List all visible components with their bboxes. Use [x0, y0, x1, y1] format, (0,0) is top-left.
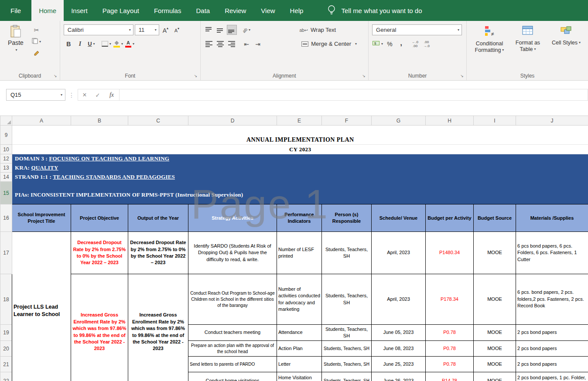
- column-header-d[interactable]: D: [188, 116, 277, 126]
- ribbon-tab-help[interactable]: Help: [283, 0, 311, 21]
- cell-source-r17[interactable]: MOOE: [474, 232, 516, 274]
- cell-project-title[interactable]: Project LLS Lead Learner to School: [12, 232, 71, 381]
- insert-function-button[interactable]: fx: [104, 92, 119, 99]
- header-budget-source[interactable]: Budget Source: [474, 204, 516, 232]
- header-materials-supplies[interactable]: Materials /Supplies: [516, 204, 588, 232]
- column-header-b[interactable]: B: [71, 116, 128, 126]
- sheet-subtitle-cell[interactable]: CY 2023: [12, 145, 588, 154]
- cut-button[interactable]: [31, 25, 41, 35]
- increase-decimal-button[interactable]: [410, 39, 420, 49]
- align-bottom-button[interactable]: [227, 25, 237, 35]
- cell-budget-r21[interactable]: P0.78: [426, 357, 474, 372]
- column-header-i[interactable]: I: [474, 116, 516, 126]
- borders-button[interactable]: [101, 39, 112, 49]
- paste-button[interactable]: Paste: [3, 24, 28, 58]
- increase-font-size-button[interactable]: [161, 25, 171, 35]
- cell-materials-r17[interactable]: 6 pcs bond papers, 6 pcs. Folders, 6 pcs…: [516, 232, 588, 274]
- align-top-button[interactable]: [204, 25, 214, 35]
- format-painter-button[interactable]: [31, 48, 41, 58]
- header-project-objective[interactable]: Project Objective: [71, 204, 128, 232]
- conditional-formatting-button[interactable]: ≠ Conditional Formatting: [470, 24, 509, 54]
- cell-responsible-r17[interactable]: Students, Teachers, SH: [322, 232, 372, 274]
- decrease-indent-button[interactable]: [242, 39, 252, 49]
- cell-materials-r18[interactable]: 6 pcs. bond papers, 2 pcs. folders,2 pcs…: [516, 274, 588, 325]
- align-left-button[interactable]: [204, 39, 214, 49]
- row-header-17[interactable]: 17: [0, 232, 12, 274]
- column-header-c[interactable]: C: [128, 116, 188, 126]
- cell-source-r19[interactable]: MOOE: [474, 325, 516, 341]
- row-header-12[interactable]: 12: [0, 154, 12, 163]
- cell-indicator-r18[interactable]: Number of activities conducted for advoc…: [277, 274, 322, 325]
- cell-responsible-r19[interactable]: Students, Teachers, SH: [322, 325, 372, 341]
- cell-schedule-r19[interactable]: June 05, 2023: [372, 325, 426, 341]
- enter-button[interactable]: [91, 92, 104, 99]
- column-header-h[interactable]: H: [426, 116, 474, 126]
- ribbon-tab-review[interactable]: Review: [217, 0, 253, 21]
- column-header-j[interactable]: J: [516, 116, 588, 126]
- cell-indicator-r17[interactable]: Number of LESF printed: [277, 232, 322, 274]
- cell-budget-r19[interactable]: P0.78: [426, 325, 474, 341]
- cell-source-r21[interactable]: MOOE: [474, 357, 516, 372]
- align-center-button[interactable]: [215, 39, 226, 49]
- tell-me-box[interactable]: Tell me what you want to do: [327, 0, 422, 21]
- number-format-select[interactable]: General: [372, 24, 462, 35]
- font-color-button[interactable]: [125, 39, 135, 49]
- font-size-select[interactable]: 11: [135, 24, 159, 35]
- wrap-text-button[interactable]: Wrap Text: [298, 24, 338, 35]
- decrease-font-size-button[interactable]: [172, 25, 182, 35]
- ribbon-tab-formulas[interactable]: Formulas: [147, 0, 189, 21]
- cell-output-1[interactable]: Decreased Dropout Rate by 2% from 2.75% …: [128, 232, 188, 274]
- row-header-16[interactable]: 16: [0, 204, 12, 232]
- row-header-14[interactable]: 14: [0, 173, 12, 182]
- row-header-15[interactable]: 15: [0, 182, 12, 204]
- cell-activity-r18[interactable]: Conduct Reach Out Program to School-age …: [188, 274, 277, 325]
- ribbon-tab-page-layout[interactable]: Page Layout: [95, 0, 147, 21]
- cell-budget-r18[interactable]: P178.34: [426, 274, 474, 325]
- select-all-corner[interactable]: [0, 116, 12, 126]
- cell-indicator-r21[interactable]: Letter: [277, 357, 322, 372]
- cell-source-r20[interactable]: MOOE: [474, 341, 516, 357]
- cell-budget-r22[interactable]: P14.78: [426, 372, 474, 381]
- cell-responsible-r18[interactable]: Students, Teachers, SH: [322, 274, 372, 325]
- row-header-13[interactable]: 13: [0, 163, 12, 173]
- cell-activity-r22[interactable]: Conduct home visitations: [188, 372, 277, 381]
- fill-color-button[interactable]: [113, 39, 123, 49]
- italic-button[interactable]: I: [75, 39, 85, 49]
- sheet-title-cell[interactable]: ANNUAL IMPLEMENTATION PLAN: [12, 126, 588, 145]
- cell-schedule-r22[interactable]: June 26, 2023: [372, 372, 426, 381]
- cell-activity-r20[interactable]: Prepare an action plan with the approval…: [188, 341, 277, 357]
- cell-responsible-r22[interactable]: Students, Teachers, SH: [322, 372, 372, 381]
- paste-dropdown-icon[interactable]: [14, 46, 17, 53]
- number-dialog-launcher[interactable]: [459, 73, 465, 79]
- clipboard-dialog-launcher[interactable]: [52, 73, 58, 79]
- header-budget-per-activity[interactable]: Budget per Activity: [426, 204, 474, 232]
- kra-banner-cell[interactable]: KRA: QUALITY: [12, 163, 588, 173]
- header-output-of-year[interactable]: Output of the Year: [128, 204, 188, 232]
- cell-objective-2[interactable]: Increased Gross Enrollment Rate by 2% wh…: [71, 274, 128, 381]
- column-header-a[interactable]: A: [12, 116, 71, 126]
- cell-budget-r20[interactable]: P0.78: [426, 341, 474, 357]
- cell-materials-r19[interactable]: 2 pcs bond papers: [516, 325, 588, 341]
- percent-style-button[interactable]: [385, 39, 395, 49]
- header-performance-indicators[interactable]: Performance Indicators: [277, 204, 322, 232]
- row-header-22[interactable]: 22: [0, 372, 12, 381]
- row-header-21[interactable]: 21: [0, 357, 12, 372]
- cell-activity-r21[interactable]: Send letters to parents of PARDO: [188, 357, 277, 372]
- ribbon-tab-insert[interactable]: Insert: [64, 0, 95, 21]
- format-as-table-button[interactable]: Format as Table: [509, 24, 547, 54]
- align-right-button[interactable]: [227, 39, 237, 49]
- column-header-e[interactable]: E: [277, 116, 322, 126]
- cell-output-2[interactable]: Increased Gross Enrollment Rate by 2% wh…: [128, 274, 188, 381]
- cell-schedule-r17[interactable]: April, 2023: [372, 232, 426, 274]
- column-header-f[interactable]: F: [322, 116, 372, 126]
- header-strategy-activities[interactable]: Strategy Activities: [188, 204, 277, 232]
- merge-center-button[interactable]: Merge & Center: [300, 38, 359, 49]
- ribbon-tab-data[interactable]: Data: [188, 0, 217, 21]
- name-box[interactable]: Q15: [6, 89, 65, 101]
- header-schedule-venue[interactable]: Schedule/ Venue: [372, 204, 426, 232]
- cell-schedule-r20[interactable]: June 08, 2023: [372, 341, 426, 357]
- underline-button[interactable]: U: [86, 39, 96, 49]
- cell-source-r18[interactable]: MOOE: [474, 274, 516, 325]
- increase-indent-button[interactable]: [253, 39, 263, 49]
- cancel-button[interactable]: [78, 91, 91, 99]
